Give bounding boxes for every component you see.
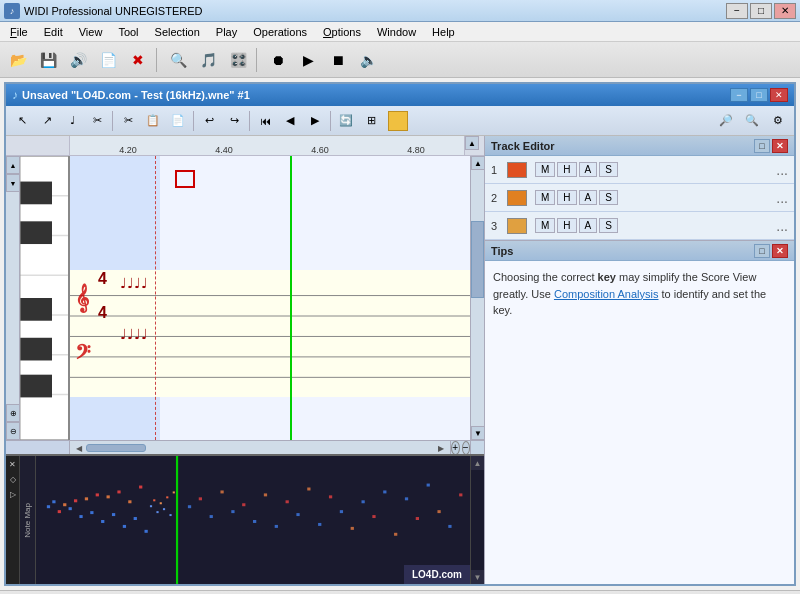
menu-options[interactable]: Options xyxy=(315,22,369,42)
tool-cursor[interactable]: ↗ xyxy=(35,109,59,133)
main-toolbar: 📂 💾 🔊 📄 ✖ 🔍 🎵 🎛️ ⏺ ▶ ⏹ 🔈 xyxy=(0,42,800,78)
track-3-dots[interactable]: ... xyxy=(776,218,788,234)
track-2-dots[interactable]: ... xyxy=(776,190,788,206)
tips-buttons: □ ✕ xyxy=(754,244,788,258)
toolbar-stop[interactable]: ⏹ xyxy=(324,46,352,74)
menu-edit[interactable]: Edit xyxy=(36,22,71,42)
tool-loop[interactable]: 🔄 xyxy=(334,109,358,133)
expand-left-up[interactable]: ▲ xyxy=(6,156,20,174)
tips-composition-link[interactable]: Composition Analysis xyxy=(554,288,659,300)
tool-paste[interactable]: 📄 xyxy=(166,109,190,133)
svg-rect-47 xyxy=(275,525,278,528)
toolbar-mix[interactable]: 🎛️ xyxy=(224,46,252,74)
nm-icon-x[interactable]: ✕ xyxy=(7,460,19,472)
timeline-4-60: 4.60 xyxy=(311,145,329,155)
maximize-button[interactable]: □ xyxy=(750,3,772,19)
expand-left-down[interactable]: ▼ xyxy=(6,174,20,192)
track-editor-close[interactable]: ✕ xyxy=(772,139,788,153)
tool-start[interactable]: ⏮ xyxy=(253,109,277,133)
tool-grid[interactable]: ⊞ xyxy=(359,109,383,133)
tool-settings[interactable]: ⚙ xyxy=(766,109,790,133)
tool-redo[interactable]: ↪ xyxy=(222,109,246,133)
tool-cut[interactable]: ✂ xyxy=(116,109,140,133)
hscroll-left[interactable]: ◀ xyxy=(72,441,86,455)
zoom-in-btn[interactable]: ⊕ xyxy=(6,404,20,422)
toolbar-delete[interactable]: ✖ xyxy=(124,46,152,74)
nm-scroll-up[interactable]: ▲ xyxy=(471,456,484,470)
track-2-h[interactable]: H xyxy=(557,190,576,205)
hscroll-thumb[interactable] xyxy=(86,444,146,452)
minimize-button[interactable]: − xyxy=(726,3,748,19)
toolbar-save[interactable]: 💾 xyxy=(34,46,62,74)
track-2-m[interactable]: M xyxy=(535,190,555,205)
scroll-nav-1[interactable]: + xyxy=(451,441,460,455)
track-editor-restore[interactable]: □ xyxy=(754,139,770,153)
zoom-out-btn[interactable]: ⊖ xyxy=(6,422,20,440)
editor-title-bar: ♪ Unsaved "LO4D.com - Test (16kHz).wne" … xyxy=(6,84,794,106)
editor-minimize[interactable]: − xyxy=(730,88,748,102)
tool-copy[interactable]: 📋 xyxy=(141,109,165,133)
track-1-s[interactable]: S xyxy=(599,162,618,177)
track-1-a[interactable]: A xyxy=(579,162,598,177)
nm-scroll-down[interactable]: ▼ xyxy=(471,570,484,584)
tool-undo[interactable]: ↩ xyxy=(197,109,221,133)
menu-view[interactable]: View xyxy=(71,22,111,42)
toolbar-speaker[interactable]: 🔈 xyxy=(354,46,382,74)
nm-icon-tool2[interactable]: ▷ xyxy=(7,490,19,502)
editor-title-buttons: − □ ✕ xyxy=(730,88,788,102)
tips-content: Choosing the correct key may simplify th… xyxy=(485,261,794,327)
close-button[interactable]: ✕ xyxy=(774,3,796,19)
toolbar-new[interactable]: 📄 xyxy=(94,46,122,74)
tips-close[interactable]: ✕ xyxy=(772,244,788,258)
track-3-m[interactable]: M xyxy=(535,218,555,233)
vertical-scrollbar[interactable]: ▲ ▼ xyxy=(470,156,484,440)
toolbar-audio[interactable]: 🔊 xyxy=(64,46,92,74)
tool-erase[interactable]: ✂ xyxy=(85,109,109,133)
scroll-thumb[interactable] xyxy=(471,221,484,298)
scroll-nav-2[interactable]: − xyxy=(462,441,471,455)
svg-rect-61 xyxy=(427,484,430,487)
toolbar-midi[interactable]: 🎵 xyxy=(194,46,222,74)
tool-zoom-in[interactable]: 🔎 xyxy=(714,109,738,133)
track-1-h[interactable]: H xyxy=(557,162,576,177)
menu-selection[interactable]: Selection xyxy=(147,22,208,42)
nm-icon-tool1[interactable]: ◇ xyxy=(7,475,19,487)
svg-rect-11 xyxy=(20,375,52,398)
tool-zoom-out[interactable]: 🔍 xyxy=(740,109,764,133)
horizontal-scrollbar[interactable]: ◀ ▶ xyxy=(70,441,450,455)
svg-rect-45 xyxy=(253,520,256,523)
tool-next[interactable]: ▶ xyxy=(303,109,327,133)
menu-operations[interactable]: Operations xyxy=(245,22,315,42)
menu-file[interactable]: File xyxy=(2,22,36,42)
menu-play[interactable]: Play xyxy=(208,22,245,42)
svg-rect-56 xyxy=(372,515,375,518)
svg-rect-49 xyxy=(296,513,299,516)
hscroll-right[interactable]: ▶ xyxy=(434,441,448,455)
track-3-h[interactable]: H xyxy=(557,218,576,233)
editor-close[interactable]: ✕ xyxy=(770,88,788,102)
tool-select[interactable]: ↖ xyxy=(10,109,34,133)
track-3-s[interactable]: S xyxy=(599,218,618,233)
tool-prev[interactable]: ◀ xyxy=(278,109,302,133)
track-3-a[interactable]: A xyxy=(579,218,598,233)
tool-color[interactable] xyxy=(388,111,408,131)
editor-maximize[interactable]: □ xyxy=(750,88,768,102)
track-1-m[interactable]: M xyxy=(535,162,555,177)
menu-help[interactable]: Help xyxy=(424,22,463,42)
scroll-down[interactable]: ▼ xyxy=(471,426,484,440)
scroll-up-btn[interactable]: ▲ xyxy=(465,136,479,150)
toolbar-open[interactable]: 📂 xyxy=(4,46,32,74)
tool-note[interactable]: ♩ xyxy=(60,109,84,133)
track-1-color xyxy=(507,162,527,178)
track-1-dots[interactable]: ... xyxy=(776,162,788,178)
toolbar-record[interactable]: ⏺ xyxy=(264,46,292,74)
track-2-s[interactable]: S xyxy=(599,190,618,205)
menu-tool[interactable]: Tool xyxy=(110,22,146,42)
toolbar-zoom[interactable]: 🔍 xyxy=(164,46,192,74)
toolbar-play[interactable]: ▶ xyxy=(294,46,322,74)
tips-restore[interactable]: □ xyxy=(754,244,770,258)
menu-window[interactable]: Window xyxy=(369,22,424,42)
svg-rect-69 xyxy=(163,508,165,510)
track-2-a[interactable]: A xyxy=(579,190,598,205)
scroll-up[interactable]: ▲ xyxy=(471,156,484,170)
